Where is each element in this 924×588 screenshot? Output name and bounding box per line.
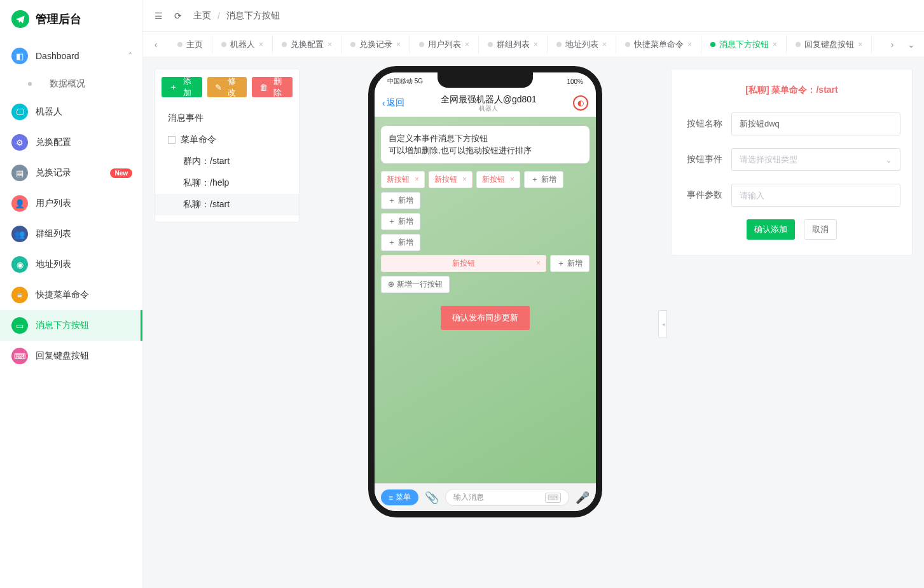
select-event[interactable]: 请选择按钮类型 ⌄ [731,148,900,171]
close-icon[interactable]: × [259,40,263,49]
add-button[interactable]: ＋添加 [162,77,202,97]
chat-header: ‹返回 全网最强机器人@gd801 机器人 ◐ [375,90,596,117]
plus-icon: ＋ [388,216,396,227]
delete-button[interactable]: 🗑删除 [252,77,293,97]
add-chip[interactable]: ＋新增 [381,213,420,230]
logo: 管理后台 [0,0,142,38]
tree-item-0[interactable]: 群内：/start [155,151,299,172]
tree-item-1[interactable]: 私聊：/help [155,172,299,194]
input-param[interactable] [731,184,900,207]
close-icon[interactable]: × [687,40,692,49]
tab-6[interactable]: 地址列表× [548,35,616,54]
nav-exchange-record[interactable]: ▤ 兑换记录 New [0,158,142,188]
label-event: 按钮事件 [683,154,722,165]
sidebar: 管理后台 ◧ Dashboard ˄ 数据概况 🖵 机器人 ⚙ 兑换配置 ▤ [0,0,143,588]
btn-chip-selected[interactable]: 新按钮× [381,255,546,272]
panel-collapse-handle[interactable]: ◂ [658,310,667,338]
publish-button[interactable]: 确认发布同步更新 [441,306,530,330]
close-icon[interactable]: × [328,40,332,49]
plus-icon: ＋ [388,195,396,206]
collapse-icon[interactable]: ☰ [155,11,163,21]
gear-icon: ⚙ [11,134,28,151]
cancel-button[interactable]: 取消 [804,219,837,240]
close-icon[interactable]: × [510,175,514,184]
confirm-button[interactable]: 确认添加 [747,219,795,240]
tree-item-2[interactable]: 私聊：/start [155,194,299,215]
nav-group-list[interactable]: 👥 群组列表 [0,219,142,249]
phone-mock: 中国移动 5G 100% ‹返回 全网最强机器人@gd801 机器人 ◐ 自定 [368,66,602,517]
nav-message-buttons[interactable]: ▭ 消息下方按钮 [0,310,142,341]
btn-chip[interactable]: 新按钮× [381,171,425,188]
tabs-scroll-left[interactable]: ‹ [147,35,165,54]
fire-icon[interactable]: ◐ [573,95,588,111]
phone-preview-area: 中国移动 5G 100% ‹返回 全网最强机器人@gd801 机器人 ◐ 自定 [311,69,659,577]
tab-dot-icon [177,42,183,47]
close-icon[interactable]: × [602,40,607,49]
nav-data-overview[interactable]: 数据概况 [0,71,142,97]
close-icon[interactable]: × [396,40,401,49]
add-row-chip[interactable]: ⊕新增一行按钮 [381,276,450,293]
label-param: 事件参数 [683,189,722,201]
tab-8[interactable]: 消息下方按钮× [701,35,787,54]
nav-user-list[interactable]: 👤 用户列表 [0,188,142,219]
mic-icon[interactable]: 🎤 [576,491,590,505]
nav-quick-menu[interactable]: ≡ 快捷菜单命令 [0,280,142,310]
paperclip-icon[interactable]: 📎 [425,491,439,505]
tab-dot-icon [710,42,715,47]
event-tree-panel: ＋添加 ✎修改 🗑删除 消息事件 菜单命令 群内：/start 私聊：/help… [155,69,300,222]
nav-address-list[interactable]: ◉ 地址列表 [0,249,142,280]
tab-dot-icon [796,42,801,47]
close-icon[interactable]: × [773,40,777,49]
tab-3[interactable]: 兑换记录× [341,35,410,54]
chevron-down-icon: ⌄ [885,155,892,165]
dashboard-icon: ◧ [11,48,28,64]
nav-robot[interactable]: 🖵 机器人 [0,97,142,127]
tab-4[interactable]: 用户列表× [410,35,479,54]
phone-notch [438,72,533,88]
plus-icon: ＋ [388,237,396,248]
chevron-up-icon: ˄ [128,51,132,60]
message-input[interactable]: 输入消息⌨ [445,489,569,506]
crumb-current: 消息下方按钮 [226,10,280,22]
tab-9[interactable]: 回复键盘按钮× [787,35,872,54]
refresh-icon[interactable]: ⟳ [174,11,182,21]
tab-5[interactable]: 群组列表× [479,35,548,54]
nav-exchange-config[interactable]: ⚙ 兑换配置 [0,127,142,158]
close-icon[interactable]: × [858,40,862,49]
btn-chip[interactable]: 新按钮× [429,171,472,188]
tab-1[interactable]: 机器人× [212,35,273,54]
tab-dot-icon [625,42,630,47]
location-icon: ◉ [11,256,28,273]
add-chip[interactable]: ＋新增 [550,255,590,272]
tab-2[interactable]: 兑换配置× [273,35,341,54]
tree-group[interactable]: 菜单命令 [155,129,299,151]
add-chip[interactable]: ＋新增 [381,192,420,209]
plus-icon: ＋ [557,258,565,269]
btn-chip[interactable]: 新按钮× [476,171,520,188]
chat-subtitle: 机器人 [404,105,573,113]
close-icon[interactable]: × [534,40,538,49]
tab-7[interactable]: 快捷菜单命令× [616,35,701,54]
close-icon[interactable]: × [415,175,419,184]
tab-dot-icon [556,42,562,47]
form-title: [私聊] 菜单命令：/start [683,85,900,96]
close-icon[interactable]: × [536,259,541,268]
back-button[interactable]: ‹返回 [382,97,404,109]
add-chip[interactable]: ＋新增 [381,234,420,251]
input-name[interactable] [731,113,900,135]
nav-reply-keyboard[interactable]: ⌨ 回复键盘按钮 [0,341,142,371]
tabs-dropdown[interactable]: ⌄ [902,35,920,54]
close-icon[interactable]: × [462,175,467,184]
menu-pill[interactable]: ≡菜单 [381,489,418,505]
tree-root[interactable]: 消息事件 [155,107,299,129]
close-icon[interactable]: × [465,40,469,49]
tabs-scroll-right[interactable]: › [883,35,901,54]
nav-dashboard[interactable]: ◧ Dashboard ˄ [0,41,142,71]
edit-button[interactable]: ✎修改 [207,77,247,97]
keyboard-icon: ⌨ [11,348,28,364]
checkbox-icon [168,136,176,144]
plus-icon: ＋ [531,174,539,185]
add-chip[interactable]: ＋新增 [524,171,563,188]
crumb-home[interactable]: 主页 [193,10,211,22]
tab-0[interactable]: 主页 [169,35,212,54]
